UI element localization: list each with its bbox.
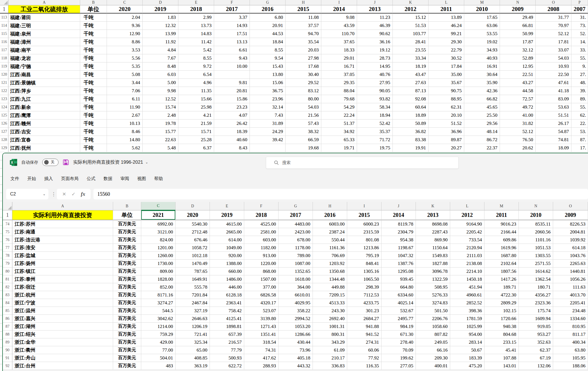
- cell-value[interactable]: 16.71: [321, 62, 357, 71]
- column-letter[interactable]: G: [279, 202, 313, 210]
- cell-unit[interactable]: 千吨: [80, 95, 107, 103]
- cell-value[interactable]: 87.13: [393, 87, 428, 95]
- cell-unit[interactable]: 百万美元: [113, 346, 141, 354]
- cell-value[interactable]: 4025.14: [381, 299, 416, 307]
- cell-value[interactable]: 417.62: [244, 354, 279, 362]
- cell-value[interactable]: 9.81: [214, 79, 250, 87]
- cell-value[interactable]: 67.19: [519, 354, 553, 362]
- cell-value[interactable]: 4615.00: [210, 220, 244, 228]
- cell-value[interactable]: 27.98: [286, 54, 321, 62]
- cell-value[interactable]: 16.91: [464, 62, 500, 71]
- cell-value[interactable]: 31.82: [500, 120, 536, 128]
- cell-value[interactable]: 2.04: [107, 14, 143, 22]
- autosave-toggle[interactable]: 关: [42, 159, 59, 166]
- cell-value[interactable]: 36.82: [393, 128, 428, 136]
- cell-value[interactable]: 9016.23: [484, 220, 519, 228]
- cell-value[interactable]: 72.57: [500, 95, 536, 103]
- cell-value[interactable]: 20.10: [428, 111, 464, 120]
- cell-value[interactable]: 4960.61: [450, 291, 484, 299]
- cell-value[interactable]: 103.77: [393, 30, 428, 38]
- year-header-cell[interactable]: 2021: [141, 210, 176, 220]
- cell-value[interactable]: 46.24: [428, 22, 464, 30]
- cell-value[interactable]: 278.40: [381, 338, 416, 346]
- cell-value[interactable]: 4513.33: [313, 299, 347, 307]
- cell-value[interactable]: 6.37: [178, 144, 214, 152]
- cell-value[interactable]: 451.94: [450, 283, 484, 291]
- cell-value[interactable]: 50.67: [450, 346, 484, 354]
- cell-value[interactable]: 19.71: [321, 144, 357, 152]
- column-letter[interactable]: A: [12, 202, 113, 210]
- cell-value[interactable]: 7201.84: [176, 291, 210, 299]
- cell-value[interactable]: 8.55: [178, 54, 214, 62]
- ribbon-tab[interactable]: 页面布局: [61, 176, 78, 182]
- cell-value[interactable]: 105.95: [553, 354, 588, 362]
- cell-unit[interactable]: 千吨: [80, 120, 107, 128]
- name-box[interactable]: C2 ⌄: [6, 189, 48, 199]
- cell-value[interactable]: 1322.59: [416, 275, 450, 283]
- row-number[interactable]: 127: [0, 128, 8, 136]
- cell-value[interactable]: 941.88: [347, 323, 381, 330]
- row-number[interactable]: 89: [3, 338, 12, 346]
- cell-value[interactable]: 10.93: [536, 62, 571, 71]
- cell-value[interactable]: 94.70: [286, 30, 321, 38]
- cell-unit[interactable]: 千吨: [80, 111, 107, 120]
- cell-value[interactable]: 27.95: [357, 79, 393, 87]
- cell-unit[interactable]: 百万美元: [113, 252, 141, 260]
- cell-value[interactable]: 249.05: [416, 338, 450, 346]
- row-number[interactable]: 75: [3, 228, 12, 236]
- cell-value[interactable]: 34.92: [321, 128, 357, 136]
- cell-value[interactable]: 4356.27: [519, 291, 553, 299]
- cell-value[interactable]: 4.84: [143, 46, 178, 54]
- cell-value[interactable]: 26.42: [214, 120, 250, 128]
- cell-value[interactable]: 11.92: [143, 38, 178, 46]
- row-number[interactable]: 128: [0, 136, 8, 144]
- cell-value[interactable]: 25.50: [464, 111, 500, 120]
- cell-label[interactable]: 浙江:杭州: [12, 291, 113, 299]
- cell-label[interactable]: 江西:鹰潭: [8, 111, 80, 120]
- cell-value[interactable]: 7.43: [250, 111, 286, 120]
- row-number[interactable]: 122: [0, 87, 8, 95]
- cell-value[interactable]: 18.19: [393, 62, 428, 71]
- cell-label[interactable]: 浙江:台州: [12, 362, 113, 370]
- cell-label[interactable]: 江苏:扬州: [12, 260, 113, 267]
- cell-value[interactable]: 2.48: [143, 111, 178, 120]
- column-letter[interactable]: M: [484, 202, 519, 210]
- cell-value[interactable]: 4483.00: [279, 220, 313, 228]
- cell-value[interactable]: 759.29: [141, 330, 176, 338]
- cancel-entry-icon[interactable]: ✕: [62, 191, 66, 197]
- cell-value[interactable]: 73.: [571, 22, 588, 30]
- cell-value[interactable]: 36.16: [357, 38, 393, 46]
- cell-value[interactable]: 2692.40: [313, 315, 347, 323]
- cell-value[interactable]: 9.08: [321, 14, 357, 22]
- cell-value[interactable]: 22.: [571, 120, 588, 128]
- cell-value[interactable]: 42.36: [464, 87, 500, 95]
- cell-value[interactable]: 2138.08: [450, 260, 484, 267]
- year-header-cell[interactable]: 2019: [143, 5, 178, 14]
- cell-value[interactable]: 1614.62: [519, 267, 553, 275]
- cell-value[interactable]: 1609.94: [519, 315, 553, 323]
- cell-value[interactable]: 52.12: [536, 30, 571, 38]
- cell-value[interactable]: 49.72: [500, 103, 536, 111]
- cell-value[interactable]: 475.20: [450, 362, 484, 370]
- cell-value[interactable]: 19.12: [357, 46, 393, 54]
- ribbon-tab[interactable]: 审阅: [120, 176, 129, 182]
- cell-value[interactable]: 52.89: [500, 54, 536, 62]
- cell-value[interactable]: 18.84: [250, 38, 286, 46]
- cell-value[interactable]: 233.15: [484, 338, 519, 346]
- cell-value[interactable]: 1828.00: [141, 275, 176, 283]
- year-header-cell[interactable]: 2015: [286, 5, 321, 14]
- cell-value[interactable]: 2060.56: [519, 228, 553, 236]
- cell-value[interactable]: 44.58: [500, 87, 536, 95]
- cell-value[interactable]: 51.53: [393, 22, 428, 30]
- cell-value[interactable]: 4.96: [178, 79, 214, 87]
- cell-value[interactable]: 29.52: [286, 79, 321, 87]
- cell-value[interactable]: 405.18: [279, 354, 313, 362]
- cell-value[interactable]: 11.08: [286, 14, 321, 22]
- cell-value[interactable]: 622.72: [210, 362, 244, 370]
- year-header-cell[interactable]: 2015: [347, 210, 381, 220]
- cell-value[interactable]: 800.31: [313, 330, 347, 338]
- cell-value[interactable]: 18.33: [321, 46, 357, 54]
- cell-value[interactable]: 39.42: [250, 136, 286, 144]
- cell-value[interactable]: 1303.55: [519, 252, 553, 260]
- cell-value[interactable]: 8.46: [107, 128, 143, 136]
